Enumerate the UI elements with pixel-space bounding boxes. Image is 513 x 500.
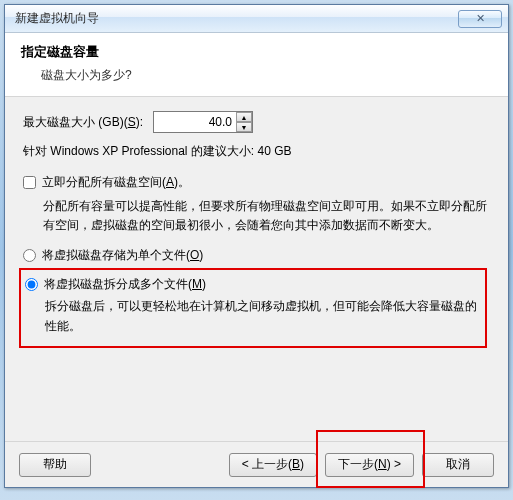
disk-size-spinner: ▲ ▼ [153,111,253,133]
page-subheading: 磁盘大小为多少? [41,67,492,84]
allocate-now-desc: 分配所有容量可以提高性能，但要求所有物理磁盘空间立即可用。如果不立即分配所有空间… [43,197,490,235]
allocate-now-checkbox[interactable] [23,176,36,189]
content-area: 最大磁盘大小 (GB)(S): ▲ ▼ 针对 Windows XP Profes… [5,97,508,348]
help-button[interactable]: 帮助 [19,453,91,477]
allocate-now-row: 立即分配所有磁盘空间(A)。 [23,174,490,191]
disk-size-row: 最大磁盘大小 (GB)(S): ▲ ▼ [23,111,490,133]
store-single-radio[interactable] [23,249,36,262]
split-files-label: 将虚拟磁盘拆分成多个文件(M) [44,276,206,293]
header-pane: 指定磁盘容量 磁盘大小为多少? [5,33,508,97]
titlebar: 新建虚拟机向导 ✕ [5,5,508,33]
cancel-button[interactable]: 取消 [422,453,494,477]
spinner-down[interactable]: ▼ [236,122,252,132]
store-single-label: 将虚拟磁盘存储为单个文件(O) [42,247,203,264]
split-files-row: 将虚拟磁盘拆分成多个文件(M) [25,276,481,293]
spinner-buttons: ▲ ▼ [236,112,252,132]
page-heading: 指定磁盘容量 [21,43,492,61]
footer-bar: 帮助 < 上一步(B) 下一步(N) > 取消 [5,441,508,487]
next-button[interactable]: 下一步(N) > [325,453,414,477]
close-button[interactable]: ✕ [458,10,502,28]
disk-size-label: 最大磁盘大小 (GB)(S): [23,114,143,131]
back-button[interactable]: < 上一步(B) [229,453,317,477]
allocate-now-label: 立即分配所有磁盘空间(A)。 [42,174,190,191]
split-files-desc: 拆分磁盘后，可以更轻松地在计算机之间移动虚拟机，但可能会降低大容量磁盘的性能。 [45,297,481,335]
spinner-up[interactable]: ▲ [236,112,252,122]
window-title: 新建虚拟机向导 [15,10,458,27]
close-icon: ✕ [476,13,485,24]
store-single-row: 将虚拟磁盘存储为单个文件(O) [23,247,490,264]
split-option-highlight: 将虚拟磁盘拆分成多个文件(M) 拆分磁盘后，可以更轻松地在计算机之间移动虚拟机，… [19,268,487,347]
wizard-window: 新建虚拟机向导 ✕ 指定磁盘容量 磁盘大小为多少? 最大磁盘大小 (GB)(S)… [4,4,509,488]
split-files-radio[interactable] [25,278,38,291]
recommended-size-hint: 针对 Windows XP Professional 的建议大小: 40 GB [23,143,490,160]
